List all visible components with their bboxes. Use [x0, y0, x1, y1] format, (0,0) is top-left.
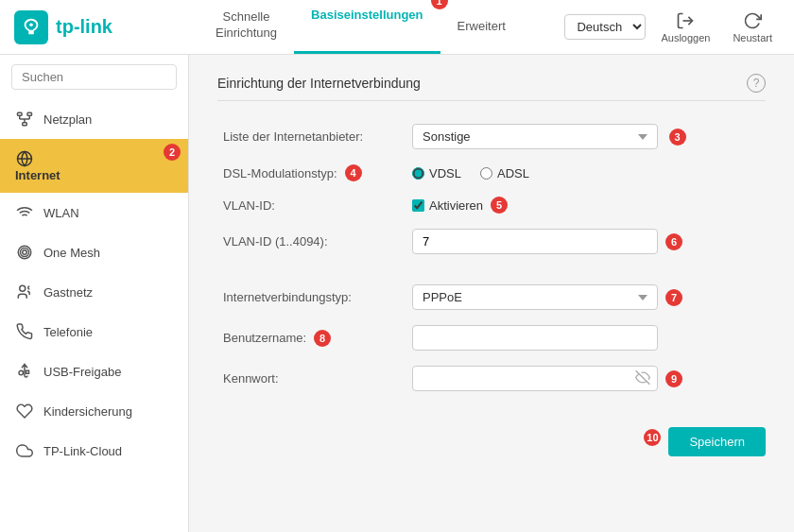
conn-type-badge: 7: [665, 289, 682, 306]
header: tp-link Schnelle Einrichtung Basiseinste…: [0, 0, 794, 55]
vlan-id-value-row: VLAN-ID (1..4094): 6: [217, 221, 766, 262]
form-table: Liste der Internetanbieter: Sonstige Deu…: [217, 116, 766, 399]
dsl-vdsl-text: VDSL: [429, 166, 461, 180]
sidebar-item-gastnetz[interactable]: Gastnetz: [0, 272, 188, 312]
sidebar-label-onemesh: One Mesh: [43, 246, 100, 260]
tab-schnelle[interactable]: Schnelle Einrichtung: [198, 0, 294, 54]
svg-rect-14: [26, 370, 29, 373]
help-icon[interactable]: ?: [747, 74, 766, 93]
vlan-activate-cell: Aktivieren 5: [406, 189, 766, 221]
username-input[interactable]: [412, 325, 658, 351]
logo-text: tp-link: [56, 16, 112, 38]
dsl-row: DSL-Modulationstyp: 4 VDSL: [217, 157, 766, 189]
password-badge: 9: [665, 370, 682, 387]
svg-rect-4: [23, 123, 27, 126]
save-button[interactable]: Speichern: [668, 427, 766, 456]
password-row: Kennwort: 9: [217, 358, 766, 399]
logo-area: tp-link: [0, 0, 189, 54]
dsl-adsl-text: ADSL: [497, 166, 529, 180]
conn-type-cell: PPPoE Dynamische IP Statische IP 7: [406, 277, 766, 317]
eye-icon[interactable]: [635, 369, 650, 387]
globe-icon: [15, 149, 34, 168]
vlan-id-value-label: VLAN-ID (1..4094):: [217, 221, 406, 262]
sidebar-label-netzplan: Netzplan: [43, 112, 92, 127]
svg-rect-2: [18, 112, 23, 115]
header-right: Deutsch English Ausloggen Neustart: [564, 8, 794, 47]
parental-icon: [15, 402, 34, 420]
username-badge: 8: [314, 330, 331, 347]
internet-badge: 2: [164, 144, 181, 161]
password-label: Kennwort:: [217, 358, 406, 399]
isp-select[interactable]: Sonstige Deutsche Telekom Vodafone 1&1: [412, 124, 658, 149]
svg-point-13: [20, 285, 26, 291]
password-cell: 9: [406, 358, 766, 399]
dsl-vdsl-radio[interactable]: [412, 167, 424, 180]
isp-row: Liste der Internetanbieter: Sonstige Deu…: [217, 116, 766, 157]
sidebar-item-usb[interactable]: USB-Freigabe: [0, 352, 188, 391]
sidebar-item-onemesh[interactable]: One Mesh: [0, 232, 188, 272]
cloud-icon: [15, 441, 34, 460]
conn-type-select[interactable]: PPPoE Dynamische IP Statische IP: [412, 284, 658, 310]
nav-tabs: Schnelle Einrichtung Basiseinstellungen …: [189, 0, 564, 54]
username-cell: [406, 317, 766, 358]
vlan-activate-checkbox[interactable]: [412, 199, 424, 212]
guest-icon: [15, 283, 34, 301]
vlan-id-label: VLAN-ID:: [217, 189, 406, 221]
search-box: [0, 55, 188, 99]
sidebar-label-cloud: TP-Link-Cloud: [43, 444, 122, 458]
svg-point-0: [29, 23, 33, 26]
password-input[interactable]: [412, 366, 658, 391]
body: Netzplan Internet 2 WLAN One Mesh: [0, 55, 794, 532]
vlan-badge: 5: [491, 197, 508, 214]
svg-point-12: [23, 250, 27, 255]
sidebar-label-wlan: WLAN: [43, 206, 79, 220]
svg-rect-3: [27, 112, 32, 115]
dsl-adsl-radio[interactable]: [480, 167, 492, 180]
sidebar-label-internet: Internet: [15, 168, 60, 182]
language-select[interactable]: Deutsch English: [564, 14, 646, 40]
sidebar-item-kindersicherung[interactable]: Kindersicherung: [0, 391, 188, 431]
logout-button[interactable]: Ausloggen: [653, 8, 717, 47]
search-input[interactable]: [11, 64, 177, 90]
sidebar-item-internet[interactable]: Internet 2: [0, 139, 188, 193]
save-badge: 10: [644, 429, 661, 446]
vlan-activate-text: Aktivieren: [429, 198, 483, 213]
sidebar-item-wlan[interactable]: WLAN: [0, 193, 188, 232]
phone-icon: [15, 322, 34, 341]
sidebar-label-kindersicherung: Kindersicherung: [43, 404, 132, 419]
tab-erweitert[interactable]: Erweitert: [440, 0, 523, 54]
network-icon: [15, 110, 34, 129]
vlan-activate-label[interactable]: Aktivieren: [412, 198, 483, 213]
sidebar-label-usb: USB-Freigabe: [43, 365, 121, 379]
dsl-badge: 4: [345, 164, 362, 181]
isp-label: Liste der Internetanbieter:: [217, 116, 406, 157]
tp-link-logo-icon: [14, 10, 48, 44]
onemesh-icon: [15, 243, 34, 262]
username-row: Benutzername: 8: [217, 317, 766, 358]
conn-type-row: Internetverbindungstyp: PPPoE Dynamische…: [217, 277, 766, 317]
tab-basis[interactable]: Basiseinstellungen 1: [294, 0, 440, 54]
usb-icon: [15, 362, 34, 381]
dsl-vdsl-label[interactable]: VDSL: [412, 166, 461, 180]
vlan-activate-row: VLAN-ID: Aktivieren 5: [217, 189, 766, 221]
sidebar: Netzplan Internet 2 WLAN One Mesh: [0, 55, 189, 532]
vlan-id-value-cell: 6: [406, 221, 766, 262]
dsl-radio-group: VDSL ADSL: [412, 166, 760, 180]
sidebar-item-netzplan[interactable]: Netzplan: [0, 99, 188, 139]
dsl-options-cell: VDSL ADSL: [406, 157, 766, 189]
restart-button[interactable]: Neustart: [725, 8, 780, 47]
vlan-value-badge: 6: [665, 233, 682, 250]
sidebar-item-cloud[interactable]: TP-Link-Cloud: [0, 431, 188, 471]
vlan-id-input[interactable]: [412, 229, 658, 254]
isp-badge: 3: [669, 129, 686, 146]
wifi-icon: [15, 203, 34, 222]
password-wrapper: [412, 366, 658, 391]
sidebar-item-telefonie[interactable]: Telefonie: [0, 312, 188, 352]
sidebar-label-telefonie: Telefonie: [43, 325, 93, 339]
dsl-adsl-label[interactable]: ADSL: [480, 166, 529, 180]
sidebar-label-gastnetz: Gastnetz: [43, 285, 93, 300]
dsl-label: DSL-Modulationstyp:: [223, 166, 337, 180]
username-label: Benutzername:: [223, 331, 306, 345]
conn-type-label: Internetverbindungstyp:: [217, 277, 406, 317]
isp-value-cell: Sonstige Deutsche Telekom Vodafone 1&1 3: [406, 116, 766, 157]
